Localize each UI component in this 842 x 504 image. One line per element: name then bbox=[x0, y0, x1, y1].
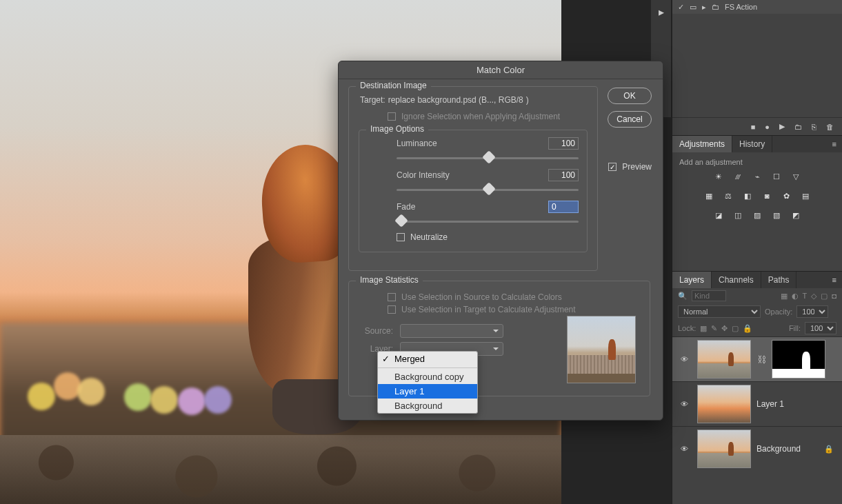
tab-history[interactable]: History bbox=[732, 136, 772, 152]
lock-artboard-icon[interactable]: ▢ bbox=[732, 324, 739, 333]
image-options-legend: Image Options bbox=[366, 124, 428, 134]
photo-filter-icon[interactable]: ◙ bbox=[761, 190, 773, 202]
link-mask-icon[interactable]: ⛓ bbox=[756, 354, 766, 365]
preview-checkbox[interactable]: ✓Preview bbox=[608, 162, 652, 172]
right-panel: ✓ ▭ ▸ 🗀 FS Action ■ ● ▶ 🗀 ⎘ 🗑 Adjustment… bbox=[672, 0, 842, 504]
opacity-select[interactable]: 100% bbox=[796, 305, 828, 318]
statistics-legend: Image Statistics bbox=[356, 275, 423, 285]
layer-row[interactable]: 👁 ⛓ bbox=[672, 336, 842, 381]
gradient-map-icon[interactable]: ▧ bbox=[770, 209, 783, 221]
visibility-icon[interactable]: 👁 bbox=[676, 445, 692, 453]
use-src-label: Use Selection in Source to Calculate Col… bbox=[401, 292, 562, 302]
lock-all-icon[interactable]: 🔒 bbox=[743, 324, 752, 333]
threshold-icon[interactable]: ▨ bbox=[751, 209, 763, 221]
panel-menu-icon[interactable]: ≡ bbox=[827, 140, 842, 148]
layer-name[interactable]: Background bbox=[756, 444, 801, 454]
new-folder-icon[interactable]: 🗀 bbox=[794, 123, 802, 131]
selective-color-icon[interactable]: ◩ bbox=[790, 209, 802, 221]
intensity-label: Color Intensity bbox=[397, 170, 450, 180]
source-select[interactable] bbox=[400, 324, 503, 338]
layers-tabs: Layers Channels Paths ≡ bbox=[672, 271, 842, 288]
lock-transparency-icon[interactable]: ▩ bbox=[700, 324, 707, 333]
blend-mode-select[interactable]: Normal bbox=[678, 305, 761, 318]
layer-mask-thumbnail[interactable] bbox=[772, 340, 825, 379]
ignore-selection-checkbox: Ignore Selection when Applying Adjustmen… bbox=[359, 112, 588, 121]
actions-panel-header: ✓ ▭ ▸ 🗀 FS Action bbox=[672, 0, 842, 14]
luminance-input[interactable]: 100 bbox=[548, 137, 579, 150]
record-icon[interactable]: ● bbox=[765, 123, 770, 131]
brightness-icon[interactable]: ☀ bbox=[712, 170, 725, 183]
layer-filter-kind[interactable] bbox=[692, 290, 726, 301]
filter-pixel-icon[interactable]: ▦ bbox=[781, 292, 788, 301]
panel-menu-icon[interactable]: ≡ bbox=[827, 276, 842, 284]
tab-layers[interactable]: Layers bbox=[672, 272, 712, 288]
use-tgt-label: Use Selection in Target to Calculate Adj… bbox=[401, 305, 576, 314]
stop-icon[interactable]: ▭ bbox=[690, 3, 696, 12]
chevron-right-icon[interactable]: ▸ bbox=[702, 3, 706, 12]
filter-toggle[interactable]: ◘ bbox=[832, 292, 836, 300]
adjustments-panel: Add an adjustment ☀ ⫻ ⌁ ☐ ▽ ▦ ⚖ ◧ ◙ ✿ ▤ … bbox=[672, 152, 842, 230]
new-action-icon[interactable]: ⎘ bbox=[812, 123, 816, 131]
collapsed-tab-icon[interactable]: ▸ bbox=[659, 6, 664, 19]
visibility-icon[interactable]: 👁 bbox=[676, 400, 692, 408]
filter-adjust-icon[interactable]: ◐ bbox=[792, 292, 799, 301]
filter-smart-icon[interactable]: ▢ bbox=[821, 292, 828, 301]
invert-icon[interactable]: ◪ bbox=[712, 209, 725, 221]
tab-channels[interactable]: Channels bbox=[712, 272, 761, 288]
search-icon[interactable]: 🔍 bbox=[678, 292, 688, 301]
intensity-slider[interactable] bbox=[397, 184, 579, 195]
layer-row[interactable]: 👁 Background 🔒 bbox=[672, 426, 842, 471]
layer-thumbnail[interactable] bbox=[697, 340, 751, 379]
folder-icon[interactable]: 🗀 bbox=[712, 3, 719, 11]
dropdown-option-layer1[interactable]: Layer 1 bbox=[378, 384, 477, 399]
hue-icon[interactable]: ▦ bbox=[703, 190, 715, 202]
curves-icon[interactable]: ⌁ bbox=[751, 170, 763, 183]
luminance-slider[interactable] bbox=[397, 152, 579, 163]
dropdown-option-bg-copy[interactable]: Background copy bbox=[378, 370, 477, 384]
check-icon[interactable]: ✓ bbox=[678, 3, 684, 12]
play-icon[interactable]: ▶ bbox=[779, 122, 785, 131]
adjustments-spacer bbox=[672, 230, 842, 271]
visibility-icon[interactable]: 👁 bbox=[676, 355, 692, 363]
fade-slider[interactable] bbox=[397, 216, 579, 227]
layer-thumbnail[interactable] bbox=[697, 385, 751, 423]
layer-thumbnail[interactable] bbox=[697, 430, 751, 468]
layer-row[interactable]: 👁 Layer 1 bbox=[672, 381, 842, 426]
neutralize-checkbox[interactable]: Neutralize bbox=[368, 232, 579, 242]
target-value: replace background.psd (B..., RGB/8 bbox=[388, 95, 523, 105]
layer-dropdown-menu[interactable]: Merged Background copy Layer 1 Backgroun… bbox=[377, 351, 478, 414]
bokeh bbox=[204, 386, 232, 414]
dropdown-option-background[interactable]: Background bbox=[378, 399, 477, 413]
exposure-icon[interactable]: ☐ bbox=[770, 170, 783, 183]
filter-type-icon[interactable]: T bbox=[803, 292, 808, 300]
actions-item-label[interactable]: FS Action bbox=[725, 3, 757, 11]
filter-shape-icon[interactable]: ◇ bbox=[811, 292, 816, 301]
color-balance-icon[interactable]: ⚖ bbox=[722, 190, 734, 202]
cancel-button[interactable]: Cancel bbox=[608, 111, 652, 128]
dropdown-option-merged[interactable]: Merged bbox=[378, 352, 477, 366]
fade-input[interactable]: 0 bbox=[548, 201, 579, 213]
fade-label: Fade bbox=[397, 202, 415, 212]
tab-paths[interactable]: Paths bbox=[761, 272, 797, 288]
tab-adjustments[interactable]: Adjustments bbox=[672, 136, 732, 152]
levels-icon[interactable]: ⫻ bbox=[732, 170, 744, 183]
layer-name[interactable]: Layer 1 bbox=[756, 399, 784, 409]
channel-mixer-icon[interactable]: ✿ bbox=[780, 190, 792, 202]
stop-icon[interactable]: ■ bbox=[751, 123, 756, 131]
destination-legend: Destination Image bbox=[356, 81, 431, 90]
trash-icon[interactable]: 🗑 bbox=[826, 123, 834, 131]
vibrance-icon[interactable]: ▽ bbox=[790, 170, 802, 183]
lock-label: Lock: bbox=[678, 324, 696, 332]
lock-paint-icon[interactable]: ✎ bbox=[711, 324, 717, 333]
opacity-label: Opacity: bbox=[765, 308, 792, 316]
add-adjustment-label: Add an adjustment bbox=[679, 158, 835, 166]
bw-icon[interactable]: ◧ bbox=[741, 190, 754, 202]
ignore-selection-label: Ignore Selection when Applying Adjustmen… bbox=[401, 112, 560, 121]
target-label: Target: bbox=[360, 95, 385, 105]
color-lookup-icon[interactable]: ▤ bbox=[799, 190, 812, 202]
lock-position-icon[interactable]: ✥ bbox=[721, 324, 728, 333]
intensity-input[interactable]: 100 bbox=[548, 169, 579, 181]
fill-select[interactable]: 100% bbox=[805, 322, 836, 334]
posterize-icon[interactable]: ◫ bbox=[732, 209, 744, 221]
ok-button[interactable]: OK bbox=[608, 88, 652, 104]
